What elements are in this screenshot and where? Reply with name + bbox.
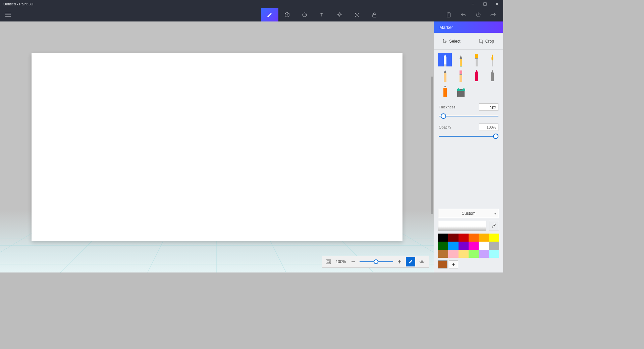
window-controls (467, 0, 503, 8)
svg-rect-44 (476, 59, 478, 66)
color-swatch[interactable] (448, 234, 458, 242)
tab-3d-library[interactable] (366, 8, 383, 21)
brush-fill[interactable] (454, 84, 468, 97)
cube-icon (284, 12, 290, 17)
tab-brushes[interactable] (261, 8, 278, 21)
current-color-row: + (438, 260, 499, 268)
color-swatch[interactable] (479, 242, 489, 250)
color-swatch[interactable] (489, 250, 499, 258)
eyedropper-icon (492, 223, 496, 228)
tab-text[interactable]: T (313, 8, 331, 21)
svg-rect-43 (475, 58, 478, 59)
svg-line-17 (341, 13, 341, 14)
svg-rect-33 (326, 260, 331, 264)
menu-button[interactable] (0, 8, 16, 21)
svg-rect-49 (460, 75, 462, 82)
svg-line-16 (338, 16, 338, 17)
brush-pixel-pen[interactable] (485, 68, 499, 82)
title-bar: Untitled - Paint 3D (0, 0, 503, 8)
brush-eraser[interactable] (454, 68, 468, 82)
svg-line-26 (0, 232, 34, 272)
undo-button[interactable] (456, 8, 471, 21)
svg-line-14 (338, 13, 338, 14)
opacity-slider[interactable] (439, 134, 498, 139)
fit-icon (326, 259, 331, 264)
color-swatch[interactable] (479, 250, 489, 258)
color-swatch[interactable] (438, 250, 448, 258)
mode-edit-button[interactable] (406, 257, 415, 266)
zoom-in-button[interactable] (395, 257, 404, 266)
svg-rect-46 (444, 73, 446, 82)
zoom-percent: 100% (335, 259, 347, 264)
thickness-control: Thickness (434, 99, 503, 119)
color-gradient[interactable] (438, 221, 486, 231)
color-swatch[interactable] (469, 234, 479, 242)
brush-crayon[interactable] (470, 68, 483, 82)
side-panel: Marker Select Crop (434, 21, 503, 272)
color-swatch[interactable] (459, 234, 469, 242)
fit-screen-button[interactable] (324, 257, 333, 266)
add-color-button[interactable]: + (449, 260, 458, 268)
color-swatch[interactable] (479, 234, 489, 242)
history-button[interactable] (471, 8, 486, 21)
color-palette (438, 234, 499, 258)
pencil-icon (408, 259, 413, 264)
color-swatch[interactable] (469, 250, 479, 258)
opacity-input[interactable] (479, 123, 498, 131)
color-swatch[interactable] (489, 242, 499, 250)
tab-3d-shapes[interactable] (278, 8, 296, 21)
chevron-down-icon: ▾ (494, 212, 496, 215)
color-swatch[interactable] (469, 242, 479, 250)
brush-oil-brush[interactable] (470, 53, 483, 66)
brush-spray-can[interactable] (438, 84, 452, 97)
current-color-swatch[interactable] (438, 260, 447, 268)
mode-view-button[interactable] (417, 257, 427, 266)
color-swatch[interactable] (459, 242, 469, 250)
svg-point-38 (421, 261, 423, 262)
svg-rect-42 (475, 54, 478, 58)
brush-pencil[interactable] (438, 68, 452, 82)
opacity-control: Opacity (434, 119, 503, 139)
gradient-eyedropper-row (438, 221, 499, 231)
svg-rect-45 (492, 60, 493, 66)
thickness-slider[interactable] (439, 113, 498, 119)
color-swatch[interactable] (489, 234, 499, 242)
paste-icon (446, 12, 451, 17)
paste-button[interactable] (441, 8, 456, 21)
eyedropper-button[interactable] (489, 221, 499, 231)
color-swatch[interactable] (438, 234, 448, 242)
brush-icon (267, 12, 273, 18)
close-button[interactable] (491, 0, 503, 8)
brush-calligraphy-pen[interactable] (454, 53, 468, 66)
zoom-slider[interactable] (360, 259, 393, 264)
svg-line-15 (341, 16, 341, 17)
tab-stickers[interactable] (296, 8, 313, 21)
color-swatch[interactable] (448, 242, 458, 250)
tab-effects[interactable] (331, 8, 348, 21)
material-dropdown[interactable]: Custom ▾ (438, 209, 499, 218)
svg-rect-47 (460, 70, 462, 74)
zoom-out-button[interactable] (349, 257, 358, 266)
select-button[interactable]: Select (443, 39, 460, 44)
window-title: Untitled - Paint 3D (3, 2, 33, 6)
canvas-viewport[interactable]: 100% (0, 21, 434, 272)
maximize-button[interactable] (479, 0, 491, 8)
vertical-scrollbar[interactable] (431, 77, 433, 214)
canvas-icon (354, 12, 360, 17)
tab-canvas[interactable] (348, 8, 366, 21)
minimize-button[interactable] (467, 0, 479, 8)
color-swatch[interactable] (438, 242, 448, 250)
color-swatch[interactable] (459, 250, 469, 258)
brush-watercolor[interactable] (485, 53, 499, 66)
svg-rect-40 (460, 59, 462, 66)
thickness-input[interactable] (479, 103, 498, 111)
crop-button[interactable]: Crop (479, 39, 494, 44)
color-swatch[interactable] (448, 250, 458, 258)
canvas[interactable] (32, 53, 402, 241)
brush-marker[interactable] (438, 53, 452, 66)
svg-rect-34 (327, 261, 330, 263)
svg-rect-39 (444, 64, 446, 66)
redo-button[interactable] (486, 8, 500, 21)
main-area: 100% Marker Select Crop (0, 21, 503, 272)
tool-tabs: T (261, 8, 383, 21)
